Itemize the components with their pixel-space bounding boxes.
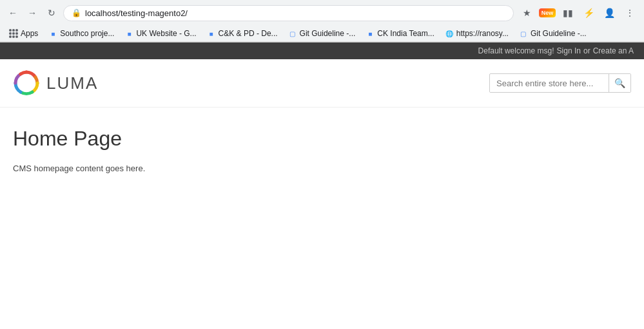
create-account-link[interactable]: Create an A [593,46,634,55]
bookmark-favicon: ▢ [519,29,528,38]
browser-actions: ★ New ▮▮ ⚡ 👤 ⋮ [518,4,639,22]
bookmark-label: Southco proje... [60,29,114,38]
reload-button[interactable]: ↻ [44,5,59,21]
browser-toolbar: ← → ↻ 🔒 localhost/testing-magento2/ ★ Ne… [0,0,644,26]
forward-button[interactable]: → [24,5,40,21]
site-header: LUMA 🔍 [0,59,644,108]
bookmark-label: https://ranosy... [456,29,509,38]
bookmark-uk-website[interactable]: ■ UK Website - G... [121,28,200,39]
bookmark-apps-label: Apps [21,29,38,38]
back-button[interactable]: ← [5,5,21,21]
luma-logo [13,70,40,97]
bookmark-favicon: ■ [207,29,216,38]
bookmark-favicon: ■ [366,29,375,38]
url-display: localhost/testing-magento2/ [85,8,188,18]
bookmark-favicon: ■ [124,29,133,38]
search-button[interactable]: 🔍 [609,74,630,92]
browser-chrome: ← → ↻ 🔒 localhost/testing-magento2/ ★ Ne… [0,0,644,42]
top-bar: Default welcome msg! Sign In or Create a… [0,42,644,59]
bookmark-favicon: ▢ [288,29,297,38]
search-input[interactable] [490,75,609,92]
new-badge: New [539,8,556,18]
bookmark-git-1[interactable]: ▢ Git Guideline -... [284,28,360,39]
bookmark-label: UK Website - G... [136,29,196,38]
bookmark-git-2[interactable]: ▢ Git Guideline -... [515,28,590,39]
signin-link[interactable]: Sign In [557,46,581,55]
bookmark-label: Git Guideline -... [531,29,587,38]
bookmark-label: Git Guideline -... [300,29,356,38]
or-text: or [583,46,590,55]
welcome-message: Default welcome msg! [478,46,554,55]
svg-point-0 [14,70,39,96]
bookmark-ck-india[interactable]: ■ CK India Team... [362,28,438,39]
star-button[interactable]: ★ [518,4,536,22]
new-badge-button[interactable]: New [538,4,556,22]
apps-grid-icon [9,29,18,38]
lock-icon: 🔒 [72,8,81,17]
site-wrapper: Default welcome msg! Sign In or Create a… [0,42,644,193]
cms-content: CMS homepage content goes here. [13,164,631,173]
page-title: Home Page [13,127,631,151]
bookmark-label: CK India Team... [377,29,434,38]
bookmarks-bar: Apps ■ Southco proje... ■ UK Website - G… [0,26,644,42]
cast-button[interactable]: ▮▮ [559,4,577,22]
profile-button[interactable]: 👤 [600,4,618,22]
bookmark-label: C&K & PD - De... [219,29,278,38]
bookmark-favicon: ■ [48,29,57,38]
bookmark-ranosys[interactable]: 🌐 https://ranosy... [441,28,512,39]
bookmark-ckpd[interactable]: ■ C&K & PD - De... [203,28,282,39]
main-content: Home Page CMS homepage content goes here… [0,108,644,193]
extensions-button[interactable]: ⚡ [580,4,598,22]
bookmark-favicon: 🌐 [445,29,454,38]
menu-button[interactable]: ⋮ [621,4,639,22]
search-box: 🔍 [489,73,631,93]
bookmark-apps[interactable]: Apps [5,28,42,39]
logo-area: LUMA [13,70,98,97]
logo-text: LUMA [46,73,98,93]
address-bar[interactable]: 🔒 localhost/testing-magento2/ [63,5,514,21]
bookmark-southco[interactable]: ■ Southco proje... [44,28,118,39]
